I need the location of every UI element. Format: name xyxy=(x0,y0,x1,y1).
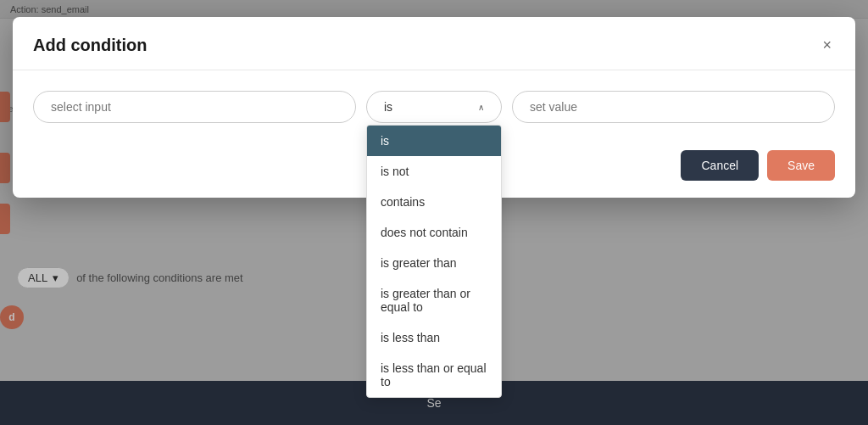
chevron-up-icon: ∧ xyxy=(478,103,484,112)
add-condition-modal: Add condition × is ∧ isis notcontainsdoe… xyxy=(13,17,855,198)
save-button[interactable]: Save xyxy=(767,150,835,181)
modal-title: Add condition xyxy=(33,36,147,55)
cancel-button[interactable]: Cancel xyxy=(681,150,759,181)
operator-dropdown-menu: isis notcontainsdoes not containis great… xyxy=(366,125,502,398)
dropdown-item[interactable]: does not contain xyxy=(367,217,501,248)
dropdown-item[interactable]: is xyxy=(367,126,501,156)
operator-trigger[interactable]: is ∧ xyxy=(366,91,502,123)
modal-header: Add condition × xyxy=(13,17,855,70)
dropdown-item[interactable]: is greater than xyxy=(367,248,501,278)
dropdown-item[interactable]: contains xyxy=(367,187,501,217)
dropdown-item[interactable]: is less than or equal to xyxy=(367,353,501,397)
select-input-field[interactable] xyxy=(33,91,356,123)
modal-body: is ∧ isis notcontainsdoes not containis … xyxy=(13,70,855,140)
dropdown-item[interactable]: is greater than or equal to xyxy=(367,278,501,322)
condition-row: is ∧ isis notcontainsdoes not containis … xyxy=(33,91,835,123)
operator-dropdown[interactable]: is ∧ isis notcontainsdoes not containis … xyxy=(366,91,502,123)
dropdown-item[interactable]: is not xyxy=(367,156,501,187)
operator-value: is xyxy=(384,100,392,114)
set-value-field[interactable] xyxy=(512,91,835,123)
close-button[interactable]: × xyxy=(819,34,835,56)
dropdown-item[interactable]: is less than xyxy=(367,322,501,353)
